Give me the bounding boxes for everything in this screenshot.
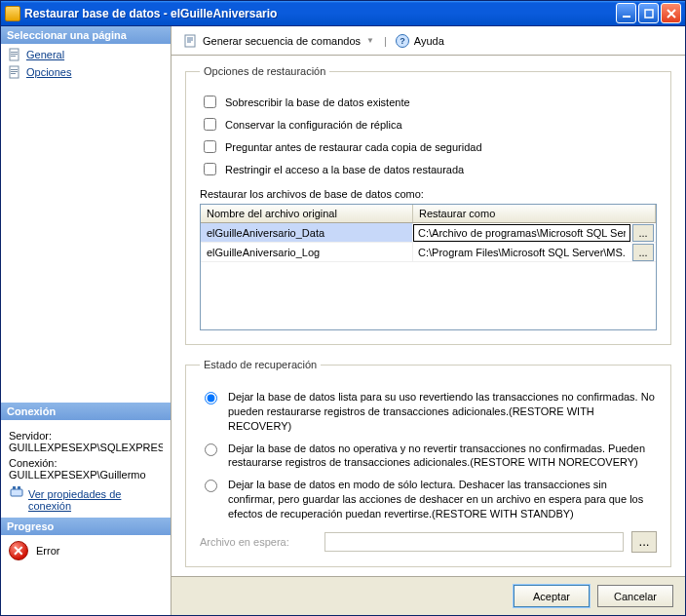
cell-original: elGuilleAniversario_Log xyxy=(201,243,413,261)
restore-path-input[interactable] xyxy=(413,244,630,261)
nav-item-options[interactable]: Opciones xyxy=(1,63,171,81)
dialog-window: Restaurar base de datos - elGuilleAniver… xyxy=(0,0,686,616)
col-restore-as[interactable]: Restaurar como xyxy=(413,205,656,222)
prompt-checkbox[interactable] xyxy=(204,140,216,153)
progress-panel: ✕ Error xyxy=(1,535,171,566)
nav-item-general[interactable]: General xyxy=(1,46,171,63)
table-row[interactable]: elGuilleAniversario_Log ... xyxy=(201,243,656,262)
client-area: Seleccionar una página General Opciones … xyxy=(1,26,685,615)
maximize-button[interactable] xyxy=(638,3,659,23)
standby-file-label: Archivo en espera: xyxy=(200,536,317,548)
restore-files-label: Restaurar los archivos de base de datos … xyxy=(200,188,657,200)
cancel-button[interactable]: Cancelar xyxy=(597,585,673,607)
minimize-icon xyxy=(622,9,631,19)
connection-properties-icon xyxy=(9,484,24,500)
restrict-label: Restringir el acceso a la base de datos … xyxy=(225,164,464,175)
content-area: Opciones de restauración Sobrescribir la… xyxy=(172,56,685,576)
svg-rect-13 xyxy=(185,35,195,47)
toolbar: Generar secuencia de comandos ▼ | ? Ayud… xyxy=(172,26,685,56)
svg-rect-10 xyxy=(11,489,22,496)
minimize-button[interactable] xyxy=(616,3,636,23)
progress-header: Progreso xyxy=(1,518,171,535)
title-bar[interactable]: Restaurar base de datos - elGuilleAniver… xyxy=(1,1,685,26)
select-page-header: Seleccionar una página xyxy=(1,26,171,44)
help-icon: ? xyxy=(395,33,410,49)
left-pane: Seleccionar una página General Opciones … xyxy=(1,26,172,615)
nav-label: Opciones xyxy=(26,66,71,78)
maximize-icon xyxy=(644,9,654,19)
script-icon xyxy=(183,33,199,49)
server-value: GUILLEXPESEXP\SQLEXPRESS xyxy=(9,442,163,453)
grid-header: Nombre del archivo original Restaurar co… xyxy=(201,205,656,223)
restrict-checkbox[interactable] xyxy=(204,163,216,175)
connection-header: Conexión xyxy=(1,403,171,420)
database-icon xyxy=(5,6,20,21)
norecovery-radio[interactable] xyxy=(205,443,217,456)
standby-radio[interactable] xyxy=(205,480,217,492)
table-row[interactable]: elGuilleAniversario_Data ... xyxy=(201,223,656,243)
restore-path-input[interactable] xyxy=(413,224,630,242)
restore-options-group: Opciones de restauración Sobrescribir la… xyxy=(185,65,671,345)
restore-options-title: Opciones de restauración xyxy=(200,65,329,77)
standby-file-input xyxy=(324,532,624,552)
preserve-checkbox[interactable] xyxy=(204,118,216,131)
error-icon: ✕ xyxy=(9,541,28,560)
svg-rect-7 xyxy=(11,69,18,70)
svg-rect-0 xyxy=(623,16,630,18)
recovery-radio[interactable] xyxy=(205,392,217,404)
svg-rect-12 xyxy=(18,486,20,489)
connection-panel: Servidor: GUILLEXPESEXP\SQLEXPRESS Conex… xyxy=(1,420,171,518)
browse-path-button[interactable]: ... xyxy=(632,224,654,242)
page-icon xyxy=(7,48,22,61)
recovery-state-group: Estado de recuperación Dejar la base de … xyxy=(185,359,671,567)
nav-label: General xyxy=(26,49,64,60)
browse-path-button[interactable]: ... xyxy=(632,244,654,261)
norecovery-label: Dejar la base de datos no operativa y no… xyxy=(228,442,657,471)
page-nav-list: General Opciones xyxy=(1,44,171,83)
window-title: Restaurar base de datos - elGuilleAniver… xyxy=(24,7,616,20)
svg-rect-4 xyxy=(11,54,18,55)
overwrite-checkbox[interactable] xyxy=(204,96,216,108)
progress-status: Error xyxy=(36,545,59,557)
window-buttons xyxy=(616,3,681,23)
right-pane: Generar secuencia de comandos ▼ | ? Ayud… xyxy=(172,26,685,615)
script-label: Generar secuencia de comandos xyxy=(203,35,361,47)
server-label: Servidor: xyxy=(9,430,163,442)
grid-body: elGuilleAniversario_Data ... elGuilleAni… xyxy=(201,223,656,329)
prompt-label: Preguntar antes de restaurar cada copia … xyxy=(225,141,482,153)
help-button[interactable]: ? Ayuda xyxy=(391,31,448,51)
preserve-label: Conservar la configuración de réplica xyxy=(225,119,402,131)
svg-rect-1 xyxy=(645,10,653,18)
recovery-label: Dejar la base de datos lista para su uso… xyxy=(228,390,657,434)
dropdown-icon: ▼ xyxy=(366,36,374,45)
close-button[interactable] xyxy=(661,3,681,23)
conn-label: Conexión: xyxy=(9,457,163,469)
ok-button[interactable]: Aceptar xyxy=(514,585,590,607)
standby-file-row: Archivo en espera: ... xyxy=(200,531,657,553)
svg-rect-9 xyxy=(11,73,16,74)
cell-original: elGuilleAniversario_Data xyxy=(201,223,413,242)
page-icon xyxy=(7,65,22,79)
svg-rect-11 xyxy=(13,486,16,489)
script-button[interactable]: Generar secuencia de comandos ▼ xyxy=(179,31,380,51)
close-icon xyxy=(667,9,676,19)
svg-text:?: ? xyxy=(400,36,405,46)
conn-value: GUILLEXPESEXP\Guillermo xyxy=(9,469,163,481)
view-connection-link[interactable]: Ver propiedades de conexión xyxy=(28,488,163,512)
col-original[interactable]: Nombre del archivo original xyxy=(201,205,413,222)
recovery-state-title: Estado de recuperación xyxy=(200,359,321,370)
dialog-footer: Aceptar Cancelar xyxy=(172,576,685,615)
files-grid: Nombre del archivo original Restaurar co… xyxy=(200,204,657,330)
svg-rect-8 xyxy=(11,71,18,72)
standby-browse-button[interactable]: ... xyxy=(631,531,657,553)
svg-rect-5 xyxy=(11,56,16,57)
svg-rect-3 xyxy=(11,52,18,53)
help-label: Ayuda xyxy=(414,35,444,47)
overwrite-label: Sobrescribir la base de datos existente xyxy=(225,96,410,108)
standby-label: Dejar la base de datos en modo de sólo l… xyxy=(228,478,657,521)
